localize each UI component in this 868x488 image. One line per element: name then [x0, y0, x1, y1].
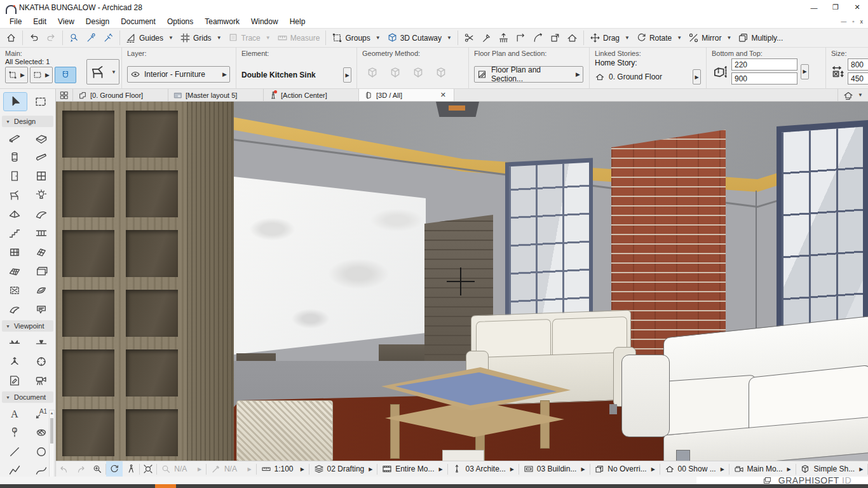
resize-button[interactable]	[546, 30, 564, 46]
doc-minimize-button[interactable]: —	[841, 18, 846, 25]
object-tool[interactable]	[1, 186, 28, 205]
wall-tool[interactable]	[1, 128, 28, 147]
graphisoft-id-bar[interactable]: GRAPHISOFT ID	[696, 477, 868, 484]
bottom-offset-input[interactable]: 900	[731, 72, 797, 85]
edit-roof-button[interactable]	[564, 30, 581, 46]
window-restore-button[interactable]: ❐	[825, 0, 846, 15]
camera-tool[interactable]	[28, 371, 55, 390]
structure-display-select[interactable]: Entire Mo...▶	[377, 461, 447, 477]
toolbox-scrollbar[interactable]: ▲ ▼	[49, 410, 55, 481]
tab-action-center[interactable]: [Action Center]	[264, 89, 359, 101]
model-view-options-select[interactable]: Main Mo...▶	[729, 461, 796, 477]
worksheet-tool[interactable]	[1, 371, 28, 390]
zone-tool[interactable]	[28, 262, 55, 281]
toolbox-section-document[interactable]: ▼Document	[2, 391, 53, 403]
elevation-tool[interactable]	[28, 333, 55, 352]
slab-tool[interactable]	[28, 128, 55, 147]
elevate-button[interactable]	[495, 30, 512, 46]
doc-close-button[interactable]: x	[860, 18, 864, 25]
door-tool[interactable]	[1, 166, 28, 186]
layer-select[interactable]: Interior - Furniture ▶	[127, 66, 230, 83]
3d-view-dropdown[interactable]: ▼	[837, 89, 868, 101]
renovation-filter-select[interactable]: 00 Show ...▶	[660, 461, 729, 477]
fillet-chamfer-button[interactable]	[529, 30, 546, 46]
stair-tool[interactable]	[1, 224, 28, 243]
curtain-wall-tool[interactable]	[1, 243, 28, 262]
groups-button[interactable]: Groups▼	[329, 30, 383, 46]
view-back-button[interactable]	[56, 461, 72, 477]
inject-parameters-button[interactable]	[100, 30, 117, 46]
tab-overview-button[interactable]	[56, 89, 73, 101]
top-offset-input[interactable]: 220	[731, 58, 797, 71]
floor-plan-section-button[interactable]: Floor Plan and Section... ▶	[474, 66, 583, 83]
menu-document[interactable]: Document	[115, 16, 161, 27]
menu-file[interactable]: File	[4, 16, 27, 27]
doc-restore-button[interactable]: ▫	[852, 18, 854, 25]
beam-tool[interactable]	[28, 147, 55, 166]
zone-stamp-tool[interactable]	[28, 300, 55, 319]
scale-select[interactable]: 1:100▶	[257, 461, 309, 477]
rotate-button[interactable]: Rotate▼	[633, 30, 685, 46]
grids-button[interactable]: Grids▼	[177, 30, 225, 46]
shell-tool[interactable]	[28, 205, 55, 224]
toolbox-section-design[interactable]: ▼Design	[2, 116, 53, 127]
edit-mode-button[interactable]: ▶	[5, 67, 28, 83]
intersect-button[interactable]	[512, 30, 529, 46]
menu-edit[interactable]: Edit	[27, 16, 52, 27]
geometry-method-2-icon[interactable]	[389, 66, 402, 79]
section-tool[interactable]	[1, 333, 28, 352]
railing-tool[interactable]	[28, 224, 55, 243]
redo-button[interactable]	[43, 30, 60, 46]
3d-cutaway-button[interactable]: 3D Cutaway▼	[384, 30, 455, 46]
undo-button[interactable]	[25, 30, 43, 46]
fit-in-window-button[interactable]	[140, 461, 156, 477]
text-tool[interactable]: A	[1, 404, 28, 423]
marker-tool[interactable]: 1	[1, 423, 28, 442]
3d-style-select[interactable]: Simple Sh...▶	[796, 461, 867, 477]
bottom-top-flyout[interactable]: ▶	[801, 64, 809, 79]
menu-view[interactable]: View	[52, 16, 80, 27]
measure-button[interactable]: Measure	[274, 30, 323, 46]
geometry-method-4-icon[interactable]	[435, 66, 447, 79]
drag-button[interactable]: Drag▼	[587, 30, 633, 46]
view-forward-button[interactable]	[72, 461, 89, 477]
element-settings-flyout[interactable]: ▶	[343, 67, 351, 83]
mirror-button[interactable]: Mirror▼	[685, 30, 735, 46]
drawing-scale-na-select[interactable]: N/A▶	[207, 461, 256, 477]
geometry-method-1-icon[interactable]	[366, 66, 379, 79]
adjust-button[interactable]	[478, 30, 495, 46]
size-height-input[interactable]: 450	[848, 72, 868, 85]
tab-master-layout[interactable]: [Master layout 5]	[168, 89, 264, 101]
interior-elevation-tool[interactable]	[1, 352, 28, 371]
roof-tool[interactable]	[1, 205, 28, 224]
trace-button[interactable]: Trace▼	[225, 30, 274, 46]
zoom-preset-select[interactable]: N/A▶	[156, 461, 206, 477]
window-tool[interactable]	[28, 166, 55, 186]
home-story-flyout[interactable]: ▶	[693, 69, 701, 85]
tab-3d-all[interactable]: [3D / All]✕	[359, 89, 454, 101]
tab-close-button[interactable]: ✕	[438, 91, 449, 99]
size-width-input[interactable]: 800	[848, 58, 868, 71]
tab-ground-floor[interactable]: [0. Ground Floor]	[73, 89, 168, 101]
graphic-override-select[interactable]: No Overri...▶	[590, 461, 660, 477]
menu-options[interactable]: Options	[161, 16, 199, 27]
column-tool[interactable]	[1, 147, 28, 166]
find-select-button[interactable]	[65, 30, 83, 46]
suspend-groups-toggle[interactable]	[55, 67, 76, 83]
freeform-tool[interactable]	[1, 300, 28, 319]
guides-button[interactable]: Guides▼	[123, 30, 177, 46]
home-button[interactable]	[3, 30, 20, 46]
walk-button[interactable]	[123, 461, 139, 477]
multiply-button[interactable]: Multiply...	[735, 30, 786, 46]
orbit-button[interactable]	[106, 461, 123, 477]
default-element-chooser[interactable]: ▼	[86, 59, 119, 85]
skylight-tool[interactable]	[28, 243, 55, 262]
mesh-tool[interactable]	[1, 262, 28, 281]
morph-tool[interactable]	[28, 281, 55, 300]
pen-set-select[interactable]: 03 Archite...▶	[447, 461, 519, 477]
toolbox-section-viewpoint[interactable]: ▼Viewpoint	[2, 320, 53, 332]
lamp-tool[interactable]	[28, 186, 55, 205]
menu-teamwork[interactable]: Teamwork	[199, 16, 245, 27]
menu-design[interactable]: Design	[80, 16, 115, 27]
dimension-style-select[interactable]: 03 Buildin...▶	[519, 461, 590, 477]
